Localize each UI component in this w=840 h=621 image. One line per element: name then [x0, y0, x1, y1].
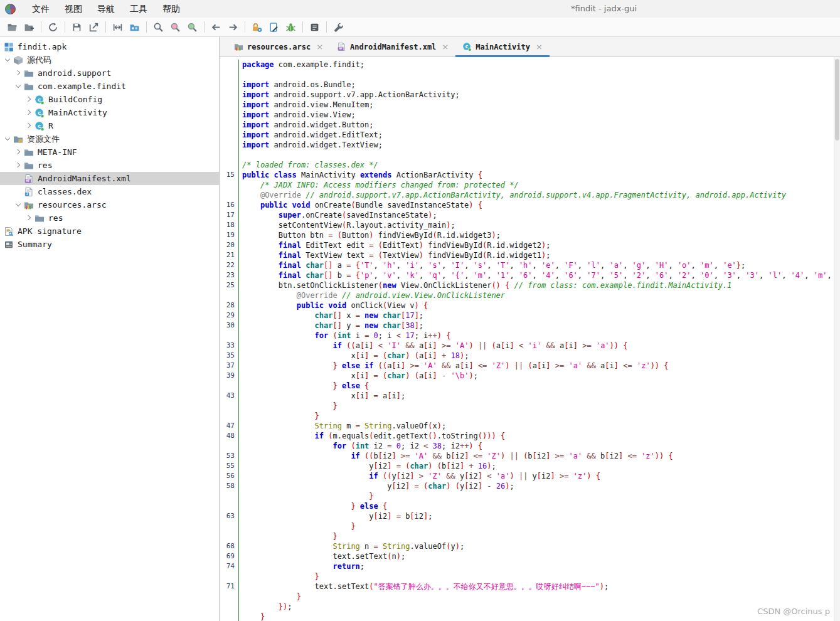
menu-item-1[interactable]: 文件	[24, 1, 57, 16]
code-line-23[interactable]: 23 final char[] b = {'p', 'v', 'k', 'q',…	[220, 270, 840, 280]
code-line[interactable]: /* JADX INFO: Access modifiers changed f…	[220, 180, 840, 190]
code-line[interactable]: for (int i = 0; i < 17; i++) {	[220, 331, 840, 341]
code-line[interactable]: @Override // android.view.View.OnClickLi…	[220, 290, 840, 300]
search-comment-button[interactable]	[184, 19, 201, 35]
code-line-39[interactable]: 39 x[i] = (char) (a[i] - '\b');	[220, 371, 840, 381]
save-all-button[interactable]	[68, 19, 85, 35]
code-line-48[interactable]: 48 if (m.equals(edit.getText().toString(…	[220, 431, 840, 441]
code-viewer[interactable]: package com.example.findit;import androi…	[220, 57, 840, 621]
code-line[interactable]: } else {	[220, 381, 840, 391]
menu-item-4[interactable]: 工具	[122, 1, 155, 16]
flat-packages-button[interactable]	[126, 19, 143, 35]
tree-item-classes.dex[interactable]: Jclasses.dex	[0, 185, 219, 198]
code-line[interactable]: import android.os.Bundle;	[220, 80, 840, 90]
chevron-collapsed-icon[interactable]	[25, 96, 33, 104]
code-line-29[interactable]: 29 char[] x = new char[17];	[220, 310, 840, 321]
code-line-37[interactable]: 37 } else if ((a[i] >= 'A' && a[i] <= 'Z…	[220, 361, 840, 371]
tab-close-icon[interactable]: ×	[442, 43, 449, 51]
tree-item-buildconfig[interactable]: cBuildConfig	[0, 93, 219, 106]
code-line-16[interactable]: 16 public void onCreate(Bundle savedInst…	[220, 200, 840, 210]
reload-button[interactable]	[45, 19, 61, 35]
chevron-collapsed-icon[interactable]	[14, 70, 22, 77]
menu-item-5[interactable]: 帮助	[155, 1, 188, 16]
tree-item-androidmanifest.xml[interactable]: MFAndroidManifest.xml	[0, 172, 219, 185]
code-line-69[interactable]: 69 text.setText(n);	[220, 551, 840, 561]
tab-mainactivity[interactable]: cMainActivity×	[455, 37, 550, 56]
code-line[interactable]: import android.view.MenuItem;	[220, 100, 840, 110]
code-line-56[interactable]: 56 if ((y[i2] > 'Z' && y[i2] < 'a') || y…	[220, 471, 840, 481]
tree-item-r[interactable]: cR	[0, 119, 219, 132]
search-text-button[interactable]	[150, 19, 167, 35]
code-line-68[interactable]: 68 String n = String.valueOf(y);	[220, 541, 840, 551]
log-viewer-button[interactable]	[306, 19, 323, 35]
tree-item-summary[interactable]: Summary	[0, 238, 219, 251]
scrollbar-thumb[interactable]	[835, 59, 839, 141]
word-wrap-button[interactable]	[109, 19, 126, 35]
tree-item--[interactable]: 源代码	[0, 53, 219, 66]
tree-item-res[interactable]: res	[0, 159, 219, 172]
tree-item--[interactable]: 资源文件	[0, 132, 219, 146]
code-line-33[interactable]: 33 if ((a[i] < 'I' && a[i] >= 'A') || (a…	[220, 341, 840, 351]
quark-engine-button[interactable]	[265, 19, 282, 35]
code-line-74[interactable]: 74 return;	[220, 561, 840, 571]
tab-close-icon[interactable]: ×	[536, 43, 543, 51]
chevron-expanded-icon[interactable]	[4, 135, 11, 143]
code-line[interactable]: /* loaded from: classes.dex */	[220, 160, 840, 170]
code-line-20[interactable]: 20 final EditText edit = (EditText) find…	[220, 240, 840, 250]
menu-item-3[interactable]: 导航	[90, 1, 122, 16]
open-file-button[interactable]	[4, 19, 21, 35]
code-line[interactable]: package com.example.findit;	[220, 60, 840, 70]
code-line[interactable]: }	[220, 571, 840, 581]
code-line[interactable]: }	[220, 531, 840, 541]
code-line-15[interactable]: 15public class MainActivity extends Acti…	[220, 170, 840, 180]
code-line[interactable]	[220, 70, 840, 80]
add-files-button[interactable]	[21, 19, 38, 35]
chevron-expanded-icon[interactable]	[14, 83, 22, 90]
chevron-expanded-icon[interactable]	[14, 201, 22, 209]
code-line-17[interactable]: 17 super.onCreate(savedInstanceState);	[220, 210, 840, 220]
vertical-scrollbar[interactable]	[834, 57, 840, 621]
code-line[interactable]: import android.view.View;	[220, 110, 840, 120]
code-line-30[interactable]: 30 char[] y = new char[38];	[220, 321, 840, 331]
code-line-43[interactable]: 43 x[i] = a[i];	[220, 391, 840, 401]
code-line[interactable]	[220, 150, 840, 160]
code-line[interactable]: import android.widget.TextView;	[220, 140, 840, 150]
chevron-collapsed-icon[interactable]	[14, 162, 22, 169]
code-line-21[interactable]: 21 final TextView text = (TextView) find…	[220, 250, 840, 260]
code-line-63[interactable]: 63 y[i2] = b[i2];	[220, 511, 840, 521]
deobfuscation-button[interactable]	[248, 19, 265, 35]
code-line[interactable]: import android.widget.EditText;	[220, 130, 840, 140]
code-line-53[interactable]: 53 if ((b[i2] >= 'A' && b[i2] <= 'Z') ||…	[220, 451, 840, 461]
code-line-22[interactable]: 22 final char[] a = {'T', 'h', 'i', 's',…	[220, 260, 840, 270]
tree-item-android.support[interactable]: android.support	[0, 66, 219, 80]
tab-close-icon[interactable]: ×	[316, 43, 323, 51]
code-line[interactable]: }	[220, 612, 840, 621]
code-line[interactable]: } else {	[220, 501, 840, 511]
code-line-18[interactable]: 18 setContentView(R.layout.activity_main…	[220, 220, 840, 230]
tree-item-resources.arsc[interactable]: resources.arsc	[0, 198, 219, 211]
tree-item-apk-signature[interactable]: APK signature	[0, 225, 219, 238]
code-line-55[interactable]: 55 y[i2] = (char) (b[i2] + 16);	[220, 461, 840, 471]
chevron-collapsed-icon[interactable]	[14, 149, 22, 156]
code-line-47[interactable]: 47 String m = String.valueOf(x);	[220, 421, 840, 431]
tab-resources.arsc[interactable]: resources.arsc×	[227, 37, 330, 56]
chevron-collapsed-icon[interactable]	[25, 122, 33, 130]
search-class-button[interactable]	[167, 19, 184, 35]
code-line[interactable]: import android.widget.Button;	[220, 120, 840, 130]
code-line-58[interactable]: 58 y[i2] = (char) (y[i2] - 26);	[220, 481, 840, 491]
tree-item-findit.apk[interactable]: findit.apk	[0, 40, 219, 53]
debugger-button[interactable]	[282, 19, 299, 35]
code-line[interactable]: }	[220, 491, 840, 501]
chevron-expanded-icon[interactable]	[4, 56, 11, 64]
tree-item-res[interactable]: res	[0, 211, 219, 225]
preferences-button[interactable]	[330, 19, 347, 35]
code-line-25[interactable]: 25 btn.setOnClickListener(new View.OnCli…	[220, 280, 840, 290]
code-line[interactable]: }	[220, 401, 840, 411]
code-line[interactable]: import android.support.v7.app.ActionBarA…	[220, 90, 840, 100]
code-line[interactable]: });	[220, 602, 840, 612]
code-line-71[interactable]: 71 text.setText("答案错了肿么办。。。不给你又不好意思。。。哎呀…	[220, 581, 840, 592]
tree-item-mainactivity[interactable]: cMainActivity	[0, 106, 219, 119]
chevron-collapsed-icon[interactable]	[25, 215, 33, 222]
code-line[interactable]: }	[220, 411, 840, 421]
code-line-19[interactable]: 19 Button btn = (Button) findViewById(R.…	[220, 230, 840, 240]
